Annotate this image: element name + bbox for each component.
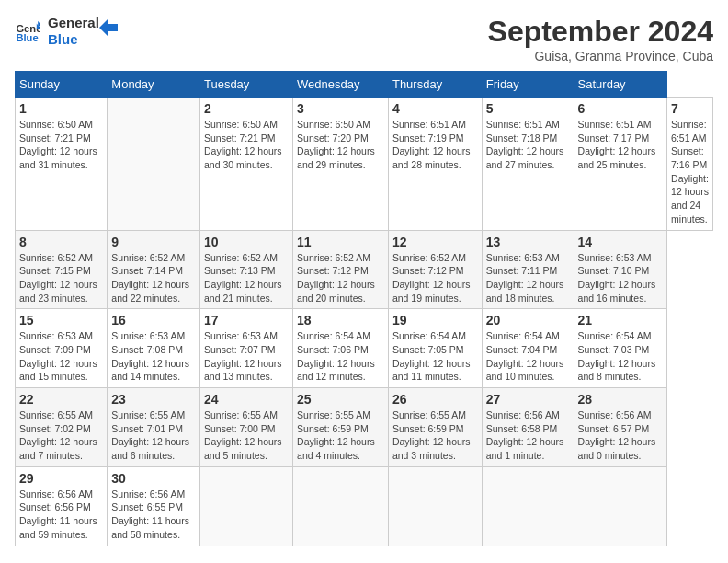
header-tuesday: Tuesday [199,72,292,98]
day-number: 9 [111,235,196,249]
logo-icon: General Blue [15,18,40,44]
calendar-cell: 18 Sunrise: 6:54 AMSunset: 7:06 PMDaylig… [293,309,389,388]
calendar-cell: 24 Sunrise: 6:55 AMSunset: 7:00 PMDaylig… [199,388,292,467]
calendar-cell: 8 Sunrise: 6:52 AMSunset: 7:15 PMDayligh… [16,230,108,309]
week-row-4: 22 Sunrise: 6:55 AMSunset: 7:02 PMDaylig… [16,388,713,467]
calendar-cell: 17 Sunrise: 6:53 AMSunset: 7:07 PMDaylig… [199,309,292,388]
calendar-cell [482,466,574,546]
day-info: Sunrise: 6:53 AMSunset: 7:07 PMDaylight:… [204,329,289,384]
svg-marker-4 [99,18,118,37]
day-number: 17 [204,313,289,327]
calendar-cell: 26 Sunrise: 6:55 AMSunset: 6:59 PMDaylig… [388,388,482,467]
calendar-cell [293,466,389,546]
logo: General Blue General Blue [15,15,118,48]
day-number: 14 [578,235,663,249]
day-number: 30 [111,471,196,486]
day-info: Sunrise: 6:50 AMSunset: 7:20 PMDaylight:… [297,118,384,172]
calendar-table: Sunday Monday Tuesday Wednesday Thursday… [15,71,713,546]
header-sunday: Sunday [16,72,108,98]
day-info: Sunrise: 6:56 AMSunset: 6:55 PMDaylight:… [111,488,196,542]
calendar-cell: 29 Sunrise: 6:56 AMSunset: 6:56 PMDaylig… [16,466,108,546]
day-info: Sunrise: 6:52 AMSunset: 7:13 PMDaylight:… [204,251,289,305]
calendar-cell [388,466,482,546]
day-info: Sunrise: 6:51 AMSunset: 7:19 PMDaylight:… [392,118,478,172]
calendar-cell: 9 Sunrise: 6:52 AMSunset: 7:14 PMDayligh… [108,230,200,309]
calendar-cell: 5 Sunrise: 6:51 AMSunset: 7:18 PMDayligh… [482,98,574,231]
calendar-cell: 3 Sunrise: 6:50 AMSunset: 7:20 PMDayligh… [293,98,389,231]
week-row-3: 15 Sunrise: 6:53 AMSunset: 7:09 PMDaylig… [16,309,713,388]
day-info: Sunrise: 6:54 AMSunset: 7:04 PMDaylight:… [486,329,570,384]
day-number: 27 [486,392,570,407]
day-info: Sunrise: 6:51 AMSunset: 7:16 PMDaylight:… [671,118,709,226]
header-friday: Friday [482,72,574,98]
day-number: 4 [392,101,478,116]
logo-blue: Blue [48,31,99,48]
day-info: Sunrise: 6:54 AMSunset: 7:05 PMDaylight:… [392,329,478,384]
calendar-cell: 22 Sunrise: 6:55 AMSunset: 7:02 PMDaylig… [16,388,108,467]
day-number: 19 [392,313,478,327]
day-info: Sunrise: 6:56 AMSunset: 6:58 PMDaylight:… [486,408,570,463]
calendar-cell [199,466,292,546]
day-info: Sunrise: 6:55 AMSunset: 7:02 PMDaylight:… [19,408,103,463]
day-number: 18 [297,313,384,327]
calendar-cell: 6 Sunrise: 6:51 AMSunset: 7:17 PMDayligh… [574,98,666,231]
day-info: Sunrise: 6:53 AMSunset: 7:08 PMDaylight:… [111,329,196,384]
calendar-cell: 12 Sunrise: 6:52 AMSunset: 7:12 PMDaylig… [388,230,482,309]
calendar-cell [574,466,666,546]
day-number: 10 [204,235,289,249]
day-info: Sunrise: 6:52 AMSunset: 7:12 PMDaylight:… [297,251,384,305]
header-monday: Monday [108,72,200,98]
calendar-cell: 1 Sunrise: 6:50 AMSunset: 7:21 PMDayligh… [16,98,108,231]
day-info: Sunrise: 6:55 AMSunset: 7:01 PMDaylight:… [111,408,196,463]
day-info: Sunrise: 6:50 AMSunset: 7:21 PMDaylight:… [204,118,289,172]
day-number: 12 [392,235,478,249]
header-thursday: Thursday [388,72,482,98]
day-info: Sunrise: 6:56 AMSunset: 6:56 PMDaylight:… [19,488,103,542]
calendar-cell: 7 Sunrise: 6:51 AMSunset: 7:16 PMDayligh… [667,98,713,231]
day-info: Sunrise: 6:55 AMSunset: 7:00 PMDaylight:… [204,408,289,463]
day-info: Sunrise: 6:51 AMSunset: 7:18 PMDaylight:… [486,118,570,172]
day-info: Sunrise: 6:54 AMSunset: 7:03 PMDaylight:… [578,329,663,384]
calendar-cell: 21 Sunrise: 6:54 AMSunset: 7:03 PMDaylig… [574,309,666,388]
calendar-cell [108,98,200,231]
day-info: Sunrise: 6:53 AMSunset: 7:09 PMDaylight:… [19,329,103,384]
day-info: Sunrise: 6:51 AMSunset: 7:17 PMDaylight:… [578,118,663,172]
calendar-cell: 28 Sunrise: 6:56 AMSunset: 6:57 PMDaylig… [574,388,666,467]
day-number: 2 [204,101,289,116]
calendar-cell: 13 Sunrise: 6:53 AMSunset: 7:11 PMDaylig… [482,230,574,309]
calendar-cell: 20 Sunrise: 6:54 AMSunset: 7:04 PMDaylig… [482,309,574,388]
day-info: Sunrise: 6:56 AMSunset: 6:57 PMDaylight:… [578,408,663,463]
day-number: 28 [578,392,663,407]
day-number: 21 [578,313,663,327]
calendar-cell: 27 Sunrise: 6:56 AMSunset: 6:58 PMDaylig… [482,388,574,467]
day-number: 26 [392,392,478,407]
day-number: 24 [204,392,289,407]
day-info: Sunrise: 6:52 AMSunset: 7:12 PMDaylight:… [392,251,478,305]
day-number: 6 [578,101,663,116]
day-info: Sunrise: 6:53 AMSunset: 7:11 PMDaylight:… [486,251,570,305]
day-number: 16 [111,313,196,327]
calendar-cell: 15 Sunrise: 6:53 AMSunset: 7:09 PMDaylig… [16,309,108,388]
calendar-cell: 16 Sunrise: 6:53 AMSunset: 7:08 PMDaylig… [108,309,200,388]
day-info: Sunrise: 6:52 AMSunset: 7:15 PMDaylight:… [19,251,103,305]
header-wednesday: Wednesday [293,72,389,98]
calendar-cell: 4 Sunrise: 6:51 AMSunset: 7:19 PMDayligh… [388,98,482,231]
calendar-cell: 19 Sunrise: 6:54 AMSunset: 7:05 PMDaylig… [388,309,482,388]
title-area: September 2024 Guisa, Granma Province, C… [488,15,713,63]
day-info: Sunrise: 6:52 AMSunset: 7:14 PMDaylight:… [111,251,196,305]
day-number: 1 [19,101,103,116]
day-number: 5 [486,101,570,116]
month-title: September 2024 [488,15,713,49]
svg-text:Blue: Blue [16,32,38,43]
calendar-cell: 11 Sunrise: 6:52 AMSunset: 7:12 PMDaylig… [293,230,389,309]
calendar-cell: 14 Sunrise: 6:53 AMSunset: 7:10 PMDaylig… [574,230,666,309]
logo-general: General [48,15,99,31]
page-header: General Blue General Blue September 2024… [15,15,713,63]
day-number: 7 [671,101,709,116]
day-info: Sunrise: 6:55 AMSunset: 6:59 PMDaylight:… [392,408,478,463]
day-info: Sunrise: 6:55 AMSunset: 6:59 PMDaylight:… [297,408,384,463]
calendar-cell: 30 Sunrise: 6:56 AMSunset: 6:55 PMDaylig… [108,466,200,546]
week-row-2: 8 Sunrise: 6:52 AMSunset: 7:15 PMDayligh… [16,230,713,309]
day-number: 23 [111,392,196,407]
day-number: 11 [297,235,384,249]
